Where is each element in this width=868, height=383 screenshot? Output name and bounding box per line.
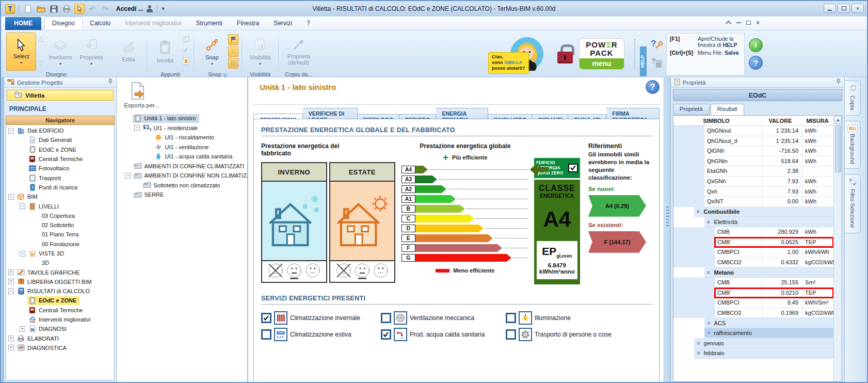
sidebar-item-fotovoltaico[interactable]: −Fotovoltaico bbox=[6, 164, 114, 173]
collapse-chevron-icon[interactable]: « bbox=[706, 220, 711, 224]
result-row-cmb[interactable]: CMB'0.0210TEP bbox=[673, 288, 833, 298]
sidebar-item-livelli[interactable]: −LIVELLI bbox=[6, 201, 114, 211]
result-row-cmbco2[interactable]: CMBCO20.4332kgCO2/kWh bbox=[673, 258, 833, 268]
expand-chevron-icon[interactable]: « bbox=[706, 331, 711, 335]
sidebar-item-diagnostica[interactable]: +DIAGNOSTICA bbox=[6, 343, 114, 353]
menu-tab-interventi-migliorativi[interactable]: Interventi migliorativi bbox=[118, 17, 188, 30]
result-row-cmbpci[interactable]: CMBPCI1.00kWh/kWh bbox=[673, 247, 833, 258]
sidebar-item-viste-3d[interactable]: −3DVISTE 3D bbox=[6, 249, 114, 258]
props-tab-risultati[interactable]: Risultati bbox=[711, 104, 744, 115]
sidebar-item-00-fondazione[interactable]: −00 Fondazione bbox=[6, 240, 114, 249]
involucro-button[interactable]: Involucro▼ bbox=[45, 33, 75, 71]
zone-item-unit-1-lato-sinistro[interactable]: −Unità 1 - lato sinistro bbox=[124, 114, 247, 123]
sidebar-item-elaborati[interactable]: +ELABORATI bbox=[6, 334, 114, 343]
navigator-header[interactable]: Navigatore bbox=[6, 116, 115, 125]
project-root-item[interactable]: Villetta bbox=[7, 90, 114, 101]
redo-button[interactable]: ↷ bbox=[100, 4, 110, 14]
zone-item-ambienti-di-confine-climatizzati[interactable]: −ACAMBIENTI DI CONFINE CLIMATIZZATI bbox=[124, 162, 247, 171]
menu-tab-finestra[interactable]: Finestra bbox=[230, 17, 266, 30]
snap-toggle-hatch[interactable] bbox=[228, 58, 238, 69]
menu-tab-calcolo[interactable]: Calcolo bbox=[83, 17, 118, 30]
sidebar-item-eodc-e-zone[interactable]: −EOdC e ZONE bbox=[6, 145, 114, 154]
result-row-qhgnout-d[interactable]: QhGNout_d1´235.14kWh bbox=[673, 136, 833, 147]
side-tab-copia[interactable]: Copia bbox=[845, 81, 861, 116]
scroll-thumb[interactable] bbox=[835, 125, 841, 172]
dialog-launcher-icon[interactable]: ◱ bbox=[223, 73, 228, 77]
collapse-icon[interactable]: − bbox=[20, 251, 25, 257]
triangle-down-icon[interactable]: ▽ bbox=[38, 59, 43, 67]
visibilita-button[interactable]: Visibilità▼ bbox=[245, 33, 275, 71]
triangle-up-icon[interactable]: △ bbox=[38, 35, 43, 42]
copy-icon[interactable] bbox=[181, 35, 190, 44]
result-row-cmb[interactable]: CMB280.929kWh bbox=[673, 227, 833, 237]
menu-tab-strumenti[interactable]: Strumenti bbox=[188, 17, 229, 30]
collapse-icon[interactable]: − bbox=[8, 128, 14, 134]
pin-icon[interactable] bbox=[836, 78, 841, 86]
collapse-icon[interactable]: − bbox=[8, 194, 14, 200]
menu-tab-home[interactable]: HOME bbox=[5, 17, 41, 30]
sidebar-item-diagnosi[interactable]: +DIAGNOSI bbox=[6, 324, 114, 333]
undo-button[interactable]: ↶ bbox=[87, 4, 98, 14]
zone-item-ui1-ventilazione[interactable]: −UI1 - ventilazione bbox=[124, 142, 247, 152]
lock-icon[interactable] bbox=[557, 44, 573, 64]
expand-icon[interactable]: + bbox=[8, 345, 14, 350]
edita-button[interactable]: Edita bbox=[114, 33, 143, 71]
scroll-up-icon[interactable] bbox=[834, 116, 842, 124]
export-button[interactable]: Esporta per... bbox=[124, 82, 160, 108]
collapse-icon[interactable]: − bbox=[134, 125, 140, 131]
layer-step-buttons[interactable]: △▽ bbox=[37, 33, 44, 69]
result-row-cmbco2[interactable]: CMBCO20.1969kgCO2/kWh bbox=[673, 308, 833, 318]
help-support-icon[interactable]: ? bbox=[650, 38, 663, 52]
sidebar-item-dati-generali[interactable]: −Dati Generali bbox=[6, 135, 114, 145]
group-row-gennaio[interactable]: «gennaio bbox=[673, 338, 833, 348]
info-button[interactable]: i bbox=[749, 38, 763, 52]
result-row-qxh[interactable]: Qxh7.93kWh bbox=[673, 187, 833, 197]
new-document-button[interactable] bbox=[23, 4, 33, 14]
panel-splitter[interactable] bbox=[664, 77, 671, 382]
expand-icon[interactable]: + bbox=[20, 326, 25, 332]
sidebar-item-02-sottotetto[interactable]: −02 Sottotetto bbox=[6, 220, 114, 230]
print-button[interactable] bbox=[61, 4, 72, 14]
zone-item-ambienti-di-confine-non-climatizzati[interactable]: −ANCAMBIENTI DI CONFINE NON CLIMATIZZATI bbox=[124, 171, 247, 181]
menu-tab-disegno[interactable]: Disegno bbox=[44, 17, 83, 30]
window-restore-icon[interactable] bbox=[746, 21, 751, 25]
menu-tab-help[interactable]: ? bbox=[299, 17, 317, 30]
props-tab-propriet[interactable]: Proprietà bbox=[673, 104, 710, 115]
group-row-febbraio[interactable]: «febbraio bbox=[673, 348, 833, 359]
expand-chevron-icon[interactable]: « bbox=[696, 341, 701, 345]
paste-special-icon[interactable] bbox=[181, 56, 190, 66]
window-minimize-icon[interactable] bbox=[736, 22, 741, 23]
sidebar-item-centrali-termiche[interactable]: −Centrali Termiche bbox=[6, 154, 114, 164]
sidebar-item-trasporti[interactable]: −Trasporti bbox=[6, 173, 114, 182]
side-tab-background[interactable]: BGBackground bbox=[845, 121, 861, 169]
collapse-icon[interactable]: − bbox=[20, 203, 25, 209]
expand-icon[interactable]: + bbox=[8, 279, 14, 284]
result-row-qxint[interactable]: QxINT0.00kWh bbox=[673, 197, 833, 207]
result-row-qxgnh[interactable]: QxGNh7.93kWh bbox=[673, 177, 833, 187]
expand-icon[interactable]: + bbox=[8, 269, 14, 275]
expand-icon[interactable]: + bbox=[8, 336, 14, 341]
close-button[interactable]: × bbox=[851, 4, 864, 13]
collapse-icon[interactable]: − bbox=[125, 173, 131, 179]
collapse-chevron-icon[interactable]: « bbox=[706, 270, 711, 274]
checkbox[interactable] bbox=[381, 329, 391, 340]
zone-item-ui1-acqua-calda-sanitaria[interactable]: −UI1 - acqua calda sanitaria bbox=[124, 152, 247, 162]
sidebar-item-dati-edificio[interactable]: −Dati EDIFICIO bbox=[6, 126, 114, 135]
help-video-icon[interactable]: ? bbox=[650, 56, 663, 71]
select-button[interactable]: Select▼ bbox=[6, 33, 36, 71]
group-row-metano[interactable]: «Metano bbox=[673, 267, 833, 278]
expand-chevron-icon[interactable]: « bbox=[706, 321, 711, 325]
zone-item-ui1-residenziale[interactable]: −E11UI1 - residenziale bbox=[124, 123, 247, 133]
login-button[interactable]: Accedi ... bbox=[116, 5, 143, 12]
sidebar-item-libreria-oggetti-bim[interactable]: +LIBRERIA OGGETTI BIM bbox=[6, 277, 114, 286]
result-row-qlgnh[interactable]: QlGNh-716.50kWh bbox=[673, 146, 833, 156]
result-row-etagnh[interactable]: EtaGNh2.38 bbox=[673, 166, 833, 177]
sibilla-assistant[interactable]: Ciao, sono SIBILLA posso aiutarti? bbox=[504, 36, 544, 73]
checkbox[interactable] bbox=[261, 329, 271, 340]
sidebar-item-01-piano-terra[interactable]: −01 Piano Terra bbox=[6, 230, 114, 239]
zone-item-serre[interactable]: −SRSERRE bbox=[124, 190, 247, 200]
collapse-chevron-icon[interactable]: « bbox=[696, 210, 701, 214]
incolla-button[interactable]: Incolla bbox=[150, 33, 180, 71]
pointer-tool-button[interactable] bbox=[74, 4, 85, 14]
proprieta-button[interactable]: Proprietà▼ bbox=[76, 33, 106, 71]
